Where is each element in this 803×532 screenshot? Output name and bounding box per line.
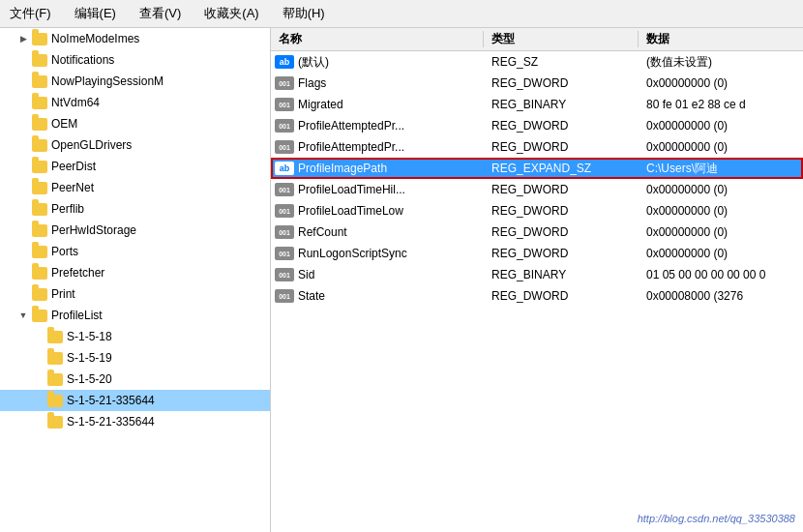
folder-icon — [31, 286, 48, 302]
reg-cell-data: 0x00000000 (0) — [639, 247, 803, 260]
tree-item-peerdist[interactable]: PeerDist — [0, 156, 270, 177]
folder-icon — [31, 52, 48, 68]
reg-row-runlogonscriptsync[interactable]: 001 RunLogonScriptSync REG_DWORD 0x00000… — [271, 243, 803, 264]
tree-item-s-1-5-19[interactable]: S-1-5-19 — [0, 347, 270, 369]
expand-icon — [31, 350, 46, 366]
col-name-header: 名称 — [271, 31, 484, 47]
reg-cell-name: ab ProfileImagePath — [271, 162, 484, 175]
reg-cell-type: REG_BINARY — [484, 98, 639, 111]
tree-item-opengldrivers[interactable]: OpenGLDrivers — [0, 134, 270, 156]
menu-help[interactable]: 帮助(H) — [279, 3, 329, 24]
tree-panel: ▶ NoImeModeImes Notifications NowPlaying… — [0, 28, 271, 532]
tree-item-noimemodeimes[interactable]: ▶ NoImeModeImes — [0, 28, 270, 49]
tree-item-s-1-5-21-335644b[interactable]: S-1-5-21-335644 — [0, 411, 270, 432]
folder-icon — [46, 393, 64, 408]
folder-icon — [31, 308, 48, 323]
reg-row-refcount[interactable]: 001 RefCount REG_DWORD 0x00000000 (0) — [271, 222, 803, 243]
tree-label: S-1-5-18 — [67, 330, 112, 343]
tree-label: Notifications — [51, 53, 114, 67]
reg-row-migrated[interactable]: 001 Migrated REG_BINARY 80 fe 01 e2 88 c… — [271, 94, 803, 115]
reg-cell-data: 0x00000000 (0) — [639, 140, 803, 154]
menu-favorites[interactable]: 收藏夹(A) — [200, 3, 262, 24]
folder-icon — [46, 414, 64, 429]
reg-row-state[interactable]: 001 State REG_DWORD 0x00008000 (3276 — [271, 285, 803, 307]
reg-cell-type: REG_DWORD — [484, 204, 639, 218]
reg-icon-binary: 001 — [275, 289, 294, 303]
tree-item-nowplaying[interactable]: NowPlayingSessionM — [0, 71, 270, 92]
expand-icon — [15, 265, 31, 281]
reg-cell-name: ab (默认) — [271, 54, 484, 71]
tree-label: ProfileList — [51, 309, 103, 322]
reg-icon-binary: 001 — [275, 225, 294, 239]
folder-icon — [46, 350, 64, 366]
tree-item-ntvdm64[interactable]: NtVdm64 — [0, 92, 270, 113]
reg-cell-type: REG_SZ — [484, 55, 639, 69]
folder-icon — [31, 180, 48, 195]
expand-icon — [15, 180, 31, 195]
tree-item-print[interactable]: Print — [0, 283, 270, 305]
tree-scroll[interactable]: ▶ NoImeModeImes Notifications NowPlaying… — [0, 28, 270, 532]
reg-row-sid[interactable]: 001 Sid REG_BINARY 01 05 00 00 00 00 00 … — [271, 264, 803, 285]
reg-cell-data: 80 fe 01 e2 88 ce d — [639, 98, 803, 111]
expand-icon — [15, 222, 31, 238]
folder-icon — [31, 265, 48, 281]
expand-icon — [15, 159, 31, 174]
tree-item-peernet[interactable]: PeerNet — [0, 177, 270, 198]
expand-icon — [15, 52, 31, 68]
tree-item-perhwldstorage[interactable]: PerHwIdStorage — [0, 220, 270, 241]
reg-icon-binary: 001 — [275, 140, 294, 154]
tree-label: NtVdm64 — [51, 96, 100, 109]
watermark: http://blog.csdn.net/qq_33530388 — [638, 513, 795, 524]
reg-cell-data: 0x00000000 (0) — [639, 76, 803, 90]
tree-item-s-1-5-21-335644[interactable]: S-1-5-21-335644 — [0, 390, 270, 411]
expand-icon — [15, 137, 31, 153]
main-container: ▶ NoImeModeImes Notifications NowPlaying… — [0, 28, 803, 532]
reg-row-profileattemptedpr1[interactable]: 001 ProfileAttemptedPr... REG_DWORD 0x00… — [271, 115, 803, 136]
tree-label: S-1-5-19 — [67, 351, 112, 365]
tree-item-oem[interactable]: OEM — [0, 113, 270, 134]
menu-edit[interactable]: 编辑(E) — [71, 3, 120, 24]
reg-cell-data: 0x00000000 (0) — [639, 225, 803, 239]
reg-cell-type: REG_EXPAND_SZ — [484, 162, 639, 175]
reg-cell-data: (数值未设置) — [639, 54, 803, 71]
col-data-header: 数据 — [639, 31, 803, 47]
menu-file[interactable]: 文件(F) — [6, 3, 55, 24]
reg-cell-name: 001 ProfileAttemptedPr... — [271, 140, 484, 154]
reg-cell-name: 001 State — [271, 289, 484, 303]
folder-icon — [31, 31, 48, 46]
expand-icon — [15, 244, 31, 259]
tree-label: NoImeModeImes — [51, 32, 139, 45]
reg-row-profileloadtimehil[interactable]: 001 ProfileLoadTimeHil... REG_DWORD 0x00… — [271, 179, 803, 200]
tree-item-perflib[interactable]: Perflib — [0, 198, 270, 220]
reg-cell-name: 001 ProfileAttemptedPr... — [271, 119, 484, 133]
reg-cell-name: 001 ProfileLoadTimeHil... — [271, 183, 484, 196]
reg-row-default[interactable]: ab (默认) REG_SZ (数值未设置) — [271, 51, 803, 73]
tree-item-notifications[interactable]: Notifications — [0, 49, 270, 71]
reg-row-flags[interactable]: 001 Flags REG_DWORD 0x00000000 (0) — [271, 73, 803, 94]
expand-icon — [15, 201, 31, 217]
menu-view[interactable]: 查看(V) — [135, 3, 185, 24]
expand-icon — [15, 286, 31, 302]
reg-cell-data: 0x00000000 (0) — [639, 183, 803, 196]
reg-cell-data: 0x00000000 (0) — [639, 204, 803, 218]
reg-icon-binary: 001 — [275, 247, 294, 260]
tree-label: S-1-5-20 — [67, 372, 112, 386]
reg-cell-type: REG_DWORD — [484, 119, 639, 133]
tree-label: Ports — [51, 245, 78, 258]
tree-item-s-1-5-20[interactable]: S-1-5-20 — [0, 369, 270, 390]
tree-item-profilelist[interactable]: ▼ ProfileList — [0, 305, 270, 326]
reg-cell-data: 0x00000000 (0) — [639, 119, 803, 133]
tree-label: S-1-5-21-335644 — [67, 415, 155, 429]
expand-icon — [31, 393, 46, 408]
registry-table: ab (默认) REG_SZ (数值未设置) 001 Flags REG_DWO… — [271, 51, 803, 532]
tree-item-ports[interactable]: Ports — [0, 241, 270, 262]
reg-row-profileattemptedpr2[interactable]: 001 ProfileAttemptedPr... REG_DWORD 0x00… — [271, 136, 803, 158]
reg-row-profileloadtimelow[interactable]: 001 ProfileLoadTimeLow REG_DWORD 0x00000… — [271, 200, 803, 222]
tree-item-s-1-5-18[interactable]: S-1-5-18 — [0, 326, 270, 347]
reg-row-profileimagepath[interactable]: ab ProfileImagePath REG_EXPAND_SZ C:\Use… — [271, 158, 803, 179]
tree-label: Prefetcher — [51, 266, 104, 280]
reg-cell-name: 001 ProfileLoadTimeLow — [271, 204, 484, 218]
tree-item-prefetcher[interactable]: Prefetcher — [0, 262, 270, 283]
tree-label: Perflib — [51, 202, 84, 216]
reg-cell-data: C:\Users\阿迪 — [639, 161, 803, 177]
